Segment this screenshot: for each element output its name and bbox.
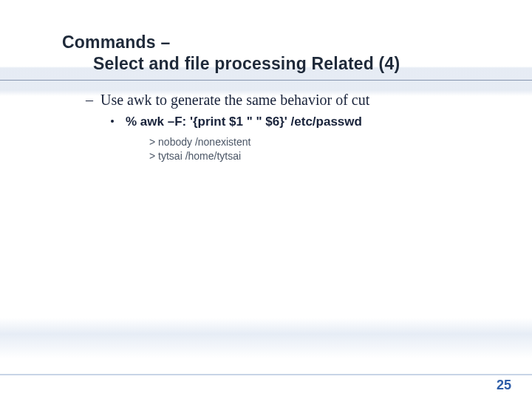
dash-icon: – <box>86 92 93 109</box>
bullet-level-2: % awk –F: '{print $1 " " $6}' /etc/passw… <box>111 115 495 129</box>
slide-body: – Use awk to generate the same behavior … <box>86 87 495 163</box>
command-output: nobody /nonexistent tytsai /home/tytsai <box>149 135 495 163</box>
output-line: tytsai /home/tytsai <box>149 149 495 163</box>
title-line-1: Commands – <box>62 33 502 52</box>
slide-title: Commands – Select and file processing Re… <box>62 33 502 74</box>
footer-rule <box>0 374 532 375</box>
bullet-1-text: Use awk to generate the same behavior of… <box>100 92 369 108</box>
dot-icon <box>111 120 114 123</box>
page-number: 25 <box>497 378 511 393</box>
command-text: % awk –F: '{print $1 " " $6}' /etc/passw… <box>126 115 362 129</box>
decorative-band <box>0 318 532 358</box>
bullet-level-1: – Use awk to generate the same behavior … <box>86 92 495 109</box>
output-line: nobody /nonexistent <box>149 135 495 149</box>
slide: Commands – Select and file processing Re… <box>0 0 532 399</box>
title-line-2: Select and file processing Related (4) <box>93 54 502 74</box>
title-underline <box>0 80 532 81</box>
